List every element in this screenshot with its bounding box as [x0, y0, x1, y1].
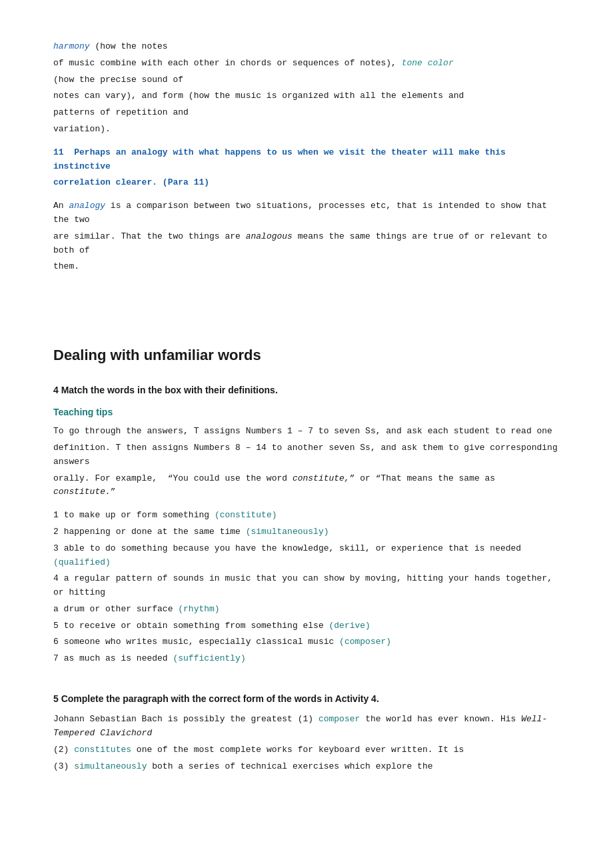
item-7: 7 as much as is needed (sufficiently): [53, 652, 560, 666]
item-4-line1: 4 a regular pattern of sounds in music t…: [53, 572, 560, 600]
item-5-text: to receive or obtain something from some…: [64, 621, 324, 631]
item-1-answer[interactable]: (constitute): [215, 510, 277, 520]
intro-line1: harmony (how the notes: [53, 40, 560, 54]
item-5-num: 5: [53, 621, 59, 631]
analogy-word: analogy: [69, 201, 105, 211]
intro-line2: of music combine with each other in chor…: [53, 57, 560, 71]
para11-ref: correlation clearer. (Para 11): [53, 176, 560, 190]
intro-harmony-text: (how the notes: [90, 41, 168, 51]
item-4-num: 4: [53, 573, 59, 583]
para11-line1: 11 Perhaps an analogy with what happens …: [53, 146, 560, 174]
analogous-word: analogous: [246, 231, 293, 241]
item-3-line1: 3 able to do something because you have …: [53, 542, 560, 570]
teaching-tips-line2: definition. T then assigns Numbers 8 – 1…: [53, 441, 560, 469]
activity5-answer1[interactable]: composer: [318, 714, 360, 724]
item-2: 2 happening or done at the same time (si…: [53, 525, 560, 539]
section-heading: Dealing with unfamiliar words: [53, 343, 560, 367]
item-5-answer[interactable]: (derive): [329, 621, 370, 631]
analogy-def-line1: An analogy is a comparison between two s…: [53, 199, 560, 227]
item-6-num: 6: [53, 637, 59, 647]
teaching-tips-line1: To go through the answers, T assigns Num…: [53, 425, 560, 439]
activity4-block: 4 Match the words in the box with their …: [53, 383, 560, 666]
activity5-line1: Johann Sebastian Bach is possibly the gr…: [53, 713, 560, 741]
item-1-text: to make up or form something: [64, 510, 209, 520]
item-5: 5 to receive or obtain something from so…: [53, 619, 560, 633]
intro-line4: notes can vary), and form (how the music…: [53, 89, 560, 103]
intro-line5: patterns of repetition and: [53, 106, 560, 120]
item-2-num: 2: [53, 527, 59, 537]
constitute-italic2: constitute.: [53, 487, 111, 497]
para11-num: 11: [53, 147, 64, 157]
teaching-tips-line3: orally. For example, “You could use the …: [53, 472, 560, 500]
para11-text: Perhaps an analogy with what happens to …: [53, 147, 506, 171]
tone-color-link[interactable]: tone color: [402, 58, 454, 68]
constitute-italic1: constitute,: [293, 473, 350, 483]
item-4-line2: a drum or other surface (rhythm): [53, 603, 560, 617]
activity5-block: 5 Complete the paragraph with the correc…: [53, 691, 560, 774]
item-1-num: 1: [53, 510, 59, 520]
item-3-answer[interactable]: (qualified): [53, 557, 111, 567]
analogy-def-block: An analogy is a comparison between two s…: [53, 199, 560, 274]
item-1: 1 to make up or form something (constitu…: [53, 509, 560, 523]
intro-section: harmony (how the notes of music combine …: [53, 40, 560, 137]
item-4-answer[interactable]: (rhythm): [178, 604, 219, 614]
activity4-label: 4 Match the words in the box with their …: [53, 383, 560, 397]
analogy-def-line2: are similar. That the two things are ana…: [53, 230, 560, 258]
intro-line3: (how the precise sound of: [53, 73, 560, 87]
analogy-def-line3: them.: [53, 260, 560, 274]
activity5-line3: (3) simultaneously both a series of tech…: [53, 760, 560, 774]
item-6-answer[interactable]: (composer): [339, 637, 391, 647]
activity5-answer3[interactable]: simultaneously: [74, 761, 147, 771]
activity5-label: 5 Complete the paragraph with the correc…: [53, 691, 560, 706]
item-2-text: happening or done at the same time: [64, 527, 241, 537]
para11-block: 11 Perhaps an analogy with what happens …: [53, 146, 560, 190]
item-3-text: able to do something because you have th…: [64, 543, 522, 553]
item-7-text: as much as is needed: [64, 653, 168, 663]
item-2-answer[interactable]: (simultaneously): [246, 527, 329, 537]
item-3-num: 3: [53, 543, 59, 553]
item-6: 6 someone who writes music, especially c…: [53, 635, 560, 649]
item-4-text: a regular pattern of sounds in music tha…: [53, 573, 552, 597]
item-7-answer[interactable]: (sufficiently): [173, 653, 245, 663]
teaching-tips-heading: Teaching tips: [53, 405, 560, 419]
item-7-num: 7: [53, 653, 59, 663]
harmony-link[interactable]: harmony: [53, 41, 90, 51]
item-6-text: someone who writes music, especially cla…: [64, 637, 334, 647]
intro-line6: variation).: [53, 123, 560, 137]
item-4-text2: a drum or other surface: [53, 604, 173, 614]
activity5-line2: (2) constitutes one of the most complete…: [53, 743, 560, 757]
activity5-answer2[interactable]: constitutes: [74, 745, 131, 755]
